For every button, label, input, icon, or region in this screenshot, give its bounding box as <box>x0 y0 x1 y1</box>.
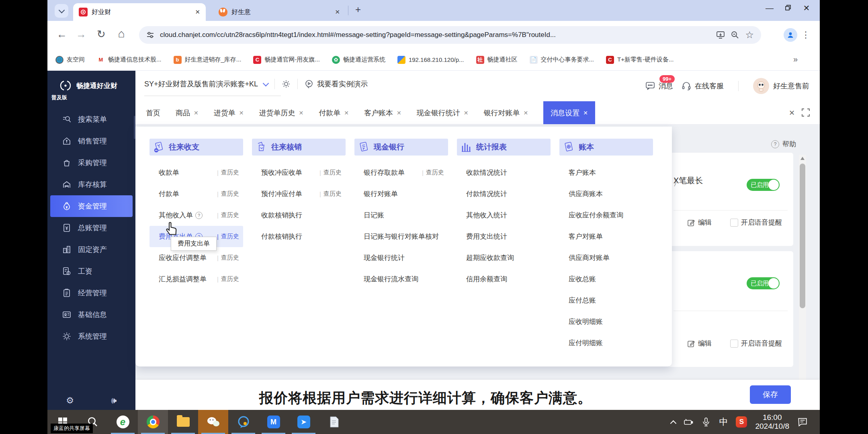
forward-icon[interactable]: → <box>72 28 90 41</box>
page-tab[interactable]: 付款单✕ <box>319 108 349 118</box>
zoom-out-icon[interactable] <box>731 31 739 39</box>
menu-item[interactable]: 日记账 <box>354 205 448 226</box>
menu-item[interactable]: 应付明细账 <box>559 332 653 354</box>
sidebar-item-operations[interactable]: 经营管理 <box>47 282 135 304</box>
url-text[interactable]: cloud.chanjet.com/cc/utn28racs6lp/nttn4t… <box>160 31 710 39</box>
back-icon[interactable]: ← <box>53 28 71 41</box>
sidebar-item-purchase[interactable]: 采购管理 <box>47 152 135 174</box>
bookmark-item[interactable]: 192.168.210.120/p... <box>397 56 464 64</box>
messages-button[interactable]: 消息 99+ <box>645 81 673 91</box>
user-menu[interactable]: 好生意售前 <box>753 78 809 94</box>
menu-item[interactable]: 预收冲应收单|查历史 <box>252 162 346 183</box>
voice-reminder-checkbox[interactable]: 开启语音提醒 <box>730 339 782 348</box>
menu-item[interactable]: 付款单|查历史 <box>149 183 243 205</box>
page-tab-home[interactable]: 首页 <box>146 108 160 118</box>
menu-item[interactable]: 日记账与银行对账单核对 <box>354 226 448 247</box>
restore-button[interactable] <box>779 4 797 13</box>
enabled-toggle[interactable]: 已启用 <box>747 277 780 289</box>
panel-expand-arrow[interactable]: 〉 <box>673 177 682 189</box>
close-icon[interactable]: ✕ <box>299 110 303 116</box>
close-icon[interactable]: ✕ <box>194 110 199 116</box>
menu-item[interactable]: 收款单|查历史 <box>149 162 243 183</box>
menu-item[interactable]: 银行存取款单|查历史 <box>354 162 448 183</box>
view-history-link[interactable]: |查历史 <box>217 233 239 240</box>
edit-button[interactable]: 编辑 <box>687 339 712 348</box>
scrollbar-thumb[interactable] <box>800 164 805 308</box>
page-tab[interactable]: 进货单✕ <box>214 108 244 118</box>
microphone-icon[interactable] <box>701 417 711 427</box>
account-settings-gear-icon[interactable] <box>281 79 291 89</box>
close-icon[interactable]: ✕ <box>464 110 469 116</box>
sidebar-item-search-menu[interactable]: 搜索菜单 <box>47 108 135 130</box>
menu-item[interactable]: 其他收入单?|查历史 <box>149 205 243 226</box>
browser-menu-icon[interactable]: ⋮ <box>801 30 810 40</box>
menu-item[interactable]: 现金银行流水查询 <box>354 268 448 290</box>
minimize-button[interactable]: — <box>760 4 779 13</box>
taskbar-m-app-button[interactable]: M <box>258 410 289 434</box>
taskbar-clock[interactable]: 16:00 2024/10/8 <box>755 413 789 431</box>
bookmark-star-icon[interactable]: ☆ <box>745 29 754 41</box>
menu-item[interactable]: 汇兑损益调整单|查历史 <box>149 268 243 290</box>
scroll-up-arrow[interactable] <box>800 157 805 160</box>
bookmark-item[interactable]: 社畅捷通社区 <box>476 56 518 64</box>
menu-item[interactable]: 应收应付余额查询 <box>559 205 653 226</box>
reload-icon[interactable]: ↻ <box>92 28 110 41</box>
menu-item[interactable]: 应收明细账 <box>559 311 653 332</box>
browser-tab-2[interactable]: 好生意 ✕ <box>213 3 346 21</box>
tab-search-button[interactable] <box>55 4 68 18</box>
sidebar-item-base-info[interactable]: 基础信息 <box>47 304 135 326</box>
voice-reminder-checkbox[interactable]: 开启语音提醒 <box>730 218 782 227</box>
bookmark-item[interactable]: 📄交付中心事务要求... <box>530 56 594 64</box>
sidebar-item-system[interactable]: 系统管理 <box>47 326 135 347</box>
view-history-link[interactable]: |查历史 <box>422 169 444 176</box>
view-history-link[interactable]: |查历史 <box>217 211 239 219</box>
battery-icon[interactable] <box>684 417 693 427</box>
save-button[interactable]: 保存 <box>750 385 791 404</box>
bookmark-item[interactable]: b好生意进销存_库存... <box>174 56 242 64</box>
menu-item[interactable]: 应付总账 <box>559 290 653 311</box>
view-history-link[interactable]: |查历史 <box>217 275 239 283</box>
close-icon[interactable]: ✕ <box>583 110 588 116</box>
page-tab[interactable]: 客户账本✕ <box>364 108 401 118</box>
edit-button[interactable]: 编辑 <box>687 218 712 227</box>
page-tab[interactable]: 银行对账单✕ <box>483 108 528 118</box>
content-scrollbar[interactable] <box>799 155 806 392</box>
menu-item[interactable]: 预付冲应付单|查历史 <box>252 183 346 205</box>
close-tab-icon[interactable]: ✕ <box>335 8 340 16</box>
view-history-link[interactable]: |查历史 <box>217 190 239 198</box>
help-link[interactable]: ? 帮助 <box>769 139 796 149</box>
taskbar-notepad-button[interactable] <box>319 410 349 434</box>
settings-gear-icon[interactable]: ⚙ <box>66 395 74 406</box>
page-tab-active[interactable]: 消息设置✕ <box>543 101 595 124</box>
menu-item[interactable]: 费用支出统计 <box>457 226 551 247</box>
menu-item[interactable]: 供应商账本 <box>559 183 653 205</box>
sidebar-item-sales[interactable]: 销售管理 <box>47 130 135 152</box>
notification-center-icon[interactable] <box>797 417 808 427</box>
browser-profile-avatar[interactable] <box>784 28 797 42</box>
bookmark-item[interactable]: CT+新零售-硬件设备... <box>606 56 674 64</box>
menu-item[interactable]: 客户对账单 <box>559 226 653 247</box>
ime-indicator[interactable]: 中 <box>719 416 728 428</box>
speaker-icon[interactable]: 🕪 <box>111 395 117 406</box>
close-icon[interactable]: ✕ <box>239 110 244 116</box>
taskbar-wechat-button[interactable] <box>198 410 228 434</box>
view-history-link[interactable]: |查历史 <box>319 190 342 198</box>
close-window-button[interactable]: ✕ <box>797 3 816 13</box>
demo-link[interactable]: 我要看实例演示 <box>317 79 368 89</box>
menu-item[interactable]: 超期应收款查询 <box>457 247 551 268</box>
taskbar-explorer-button[interactable] <box>168 410 198 434</box>
menu-item[interactable]: 供应商对账单 <box>559 247 653 268</box>
sogou-icon[interactable]: S <box>736 416 747 428</box>
close-icon[interactable]: ✕ <box>397 110 401 116</box>
view-history-link[interactable]: |查历史 <box>217 169 239 176</box>
sidebar-item-funds[interactable]: 资金管理 <box>50 195 133 217</box>
bookmark-item[interactable]: C畅捷通官网-用友旗... <box>253 56 320 64</box>
menu-item[interactable]: 收款核销执行 <box>252 205 346 226</box>
menu-item[interactable]: 付款情况统计 <box>457 183 551 205</box>
menu-item[interactable]: 信用余额查询 <box>457 268 551 290</box>
close-icon[interactable]: ✕ <box>344 110 349 116</box>
menu-item[interactable]: 银行对账单 <box>354 183 448 205</box>
menu-item[interactable]: 客户账本 <box>559 162 653 183</box>
close-all-tabs-icon[interactable]: ✕ <box>789 108 795 117</box>
online-service-button[interactable]: 在线客服 <box>681 81 724 91</box>
